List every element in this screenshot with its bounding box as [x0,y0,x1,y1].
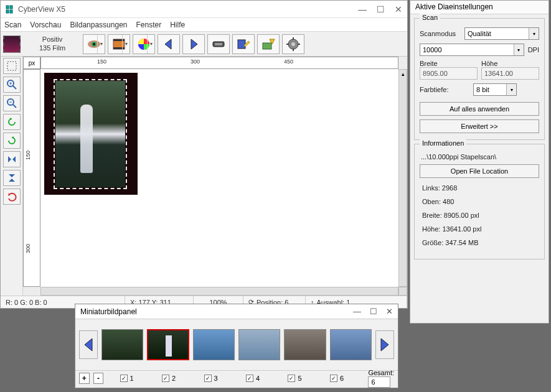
canvas-area: px 150 300 450 150 300 ▴ [23,57,407,296]
undo-button[interactable] [3,189,21,205]
eye-button[interactable]: ▾ [83,34,105,54]
settings-gear-button[interactable] [282,34,304,54]
film-thumb-icon[interactable] [3,35,21,53]
breite-label: Breite [420,60,478,67]
gesamt-value: 6 [368,376,390,388]
horizontal-scrollbar[interactable] [40,287,398,296]
color-wheel-button[interactable]: ▾ [133,34,155,54]
edit-film-button[interactable] [232,34,255,54]
window-controls: — ☐ ✕ [358,4,402,14]
vertical-scrollbar[interactable]: ▴ [398,69,407,287]
thumb-check-6[interactable]: ✓6 [330,375,364,382]
zoom-in-button[interactable] [3,77,21,93]
thumbnail-panel: Miniaturbildpanel — ☐ ✕ + - ✓1 ✓2 ✓3 ✓4 … [75,304,398,388]
thumbnail-row [75,319,398,370]
ruler-tick: 150 [97,58,106,65]
add-thumb-button[interactable]: + [79,373,90,384]
thumb-check-4[interactable]: ✓4 [246,375,280,382]
chevron-down-icon: ▾ [506,84,516,95]
maximize-button[interactable]: ☐ [377,4,385,14]
menubar: Scan Vorschau Bildanpassungen Fenster Hi… [1,18,407,32]
menu-hilfe[interactable]: Hilfe [170,21,185,29]
svg-line-27 [13,105,16,108]
thumb-check-1[interactable]: ✓1 [120,375,154,382]
zoom-out-button[interactable] [3,95,21,111]
next-arrow-button[interactable] [182,34,205,54]
marquee-tool-button[interactable] [3,58,21,74]
menu-bildanpassungen[interactable]: Bildanpassungen [70,21,127,29]
menu-fenster[interactable]: Fenster [136,21,161,29]
thumbnail-6[interactable] [330,329,372,360]
thumbnail-5[interactable] [284,329,326,360]
crop-selection[interactable] [54,79,127,189]
thumbnail-2[interactable] [147,329,189,360]
thumb-maximize-button[interactable]: ☐ [370,307,377,316]
thumbnail-3[interactable] [193,329,235,360]
menu-scan[interactable]: Scan [4,21,21,29]
prev-arrow-button[interactable] [158,34,180,54]
remove-thumb-button[interactable]: - [93,373,104,384]
svg-rect-0 [6,6,9,9]
app-title: CyberView X5 [18,5,65,14]
breite-input: 8905.00 [420,67,478,80]
flip-v-button[interactable] [3,170,21,186]
dpi-value: 10000 [423,46,442,54]
thumb-close-button[interactable]: ✕ [386,307,393,316]
toolbar: Positiv 135 Film ▾ ▾ ▾ [1,32,407,57]
minimize-button[interactable]: — [358,4,367,14]
farbtiefe-select[interactable]: 8 bit ▾ [473,83,517,96]
scroll-corner [398,287,407,296]
scanmodus-select[interactable]: Qualität ▾ [464,27,539,40]
preview-canvas[interactable] [40,69,398,287]
apply-all-button[interactable]: Auf alles anwenden [420,102,539,116]
main-window: CyberView X5 — ☐ ✕ Scan Vorschau Bildanp… [0,0,408,309]
thumbnail-4[interactable] [238,329,280,360]
thumb-prev-button[interactable] [79,330,98,359]
info-group-legend: Informationen [420,139,466,147]
open-file-location-button[interactable]: Open File Location [420,164,539,178]
info-links: Links: 2968 [422,184,537,192]
film-label: Positiv 135 Film [23,35,82,52]
svg-rect-1 [10,6,12,9]
erweitert-button[interactable]: Erweitert >> [420,119,539,133]
side-panel: Aktive Diaeinstellungen Scan Scanmodus Q… [410,0,549,324]
thumb-minimize-button[interactable]: — [353,307,361,316]
info-hoehe: Höhe: 13641.00 pxl [422,225,537,233]
export-button[interactable] [257,34,280,54]
thumbnail-title: Miniaturbildpanel [80,307,137,316]
thumb-check-5[interactable]: ✓5 [288,375,322,382]
dpi-select[interactable]: 10000 ▾ [420,44,524,56]
chevron-down-icon: ▾ [514,44,524,55]
svg-rect-21 [7,62,16,70]
info-groesse: Größe: 347.54 MB [422,239,537,246]
scanner-button[interactable] [207,34,230,54]
info-oben: Oben: 480 [422,198,537,205]
menu-vorschau[interactable]: Vorschau [30,21,61,29]
svg-rect-14 [263,43,271,49]
svg-rect-3 [10,10,12,13]
thumb-check-2[interactable]: ✓2 [162,375,196,382]
svg-rect-2 [6,10,9,13]
flip-h-button[interactable] [3,151,21,167]
rotate-left-button[interactable] [3,114,21,130]
close-button[interactable]: ✕ [395,4,402,14]
gesamt-group: Gesamt: 6 [368,369,394,388]
ruler-unit[interactable]: px [23,57,40,69]
dpi-label: DPI [528,46,539,54]
scan-group: Scan Scanmodus Qualität ▾ 10000 ▾ DPI Br… [414,18,545,140]
filmstrip-button[interactable]: ▾ [108,34,130,54]
farbtiefe-label: Farbtiefe: [420,86,469,93]
thumbnail-1[interactable] [101,329,143,360]
rotate-right-button[interactable] [3,133,21,149]
svg-rect-12 [215,43,222,45]
thumbnail-bottom: + - ✓1 ✓2 ✓3 ✓4 ✓5 ✓6 Gesamt: 6 [75,370,398,385]
titlebar: CyberView X5 — ☐ ✕ [1,1,407,18]
svg-point-16 [291,42,295,46]
film-format: 135 Film [23,44,82,52]
filmstrip-dropdown-icon[interactable]: ▾ [122,35,130,54]
eye-dropdown-icon[interactable]: ▾ [97,35,105,54]
thumb-next-button[interactable] [375,330,394,359]
thumb-check-3[interactable]: ✓3 [204,375,238,382]
scanmodus-value: Qualität [468,30,491,37]
color-dropdown-icon[interactable]: ▾ [147,35,154,54]
